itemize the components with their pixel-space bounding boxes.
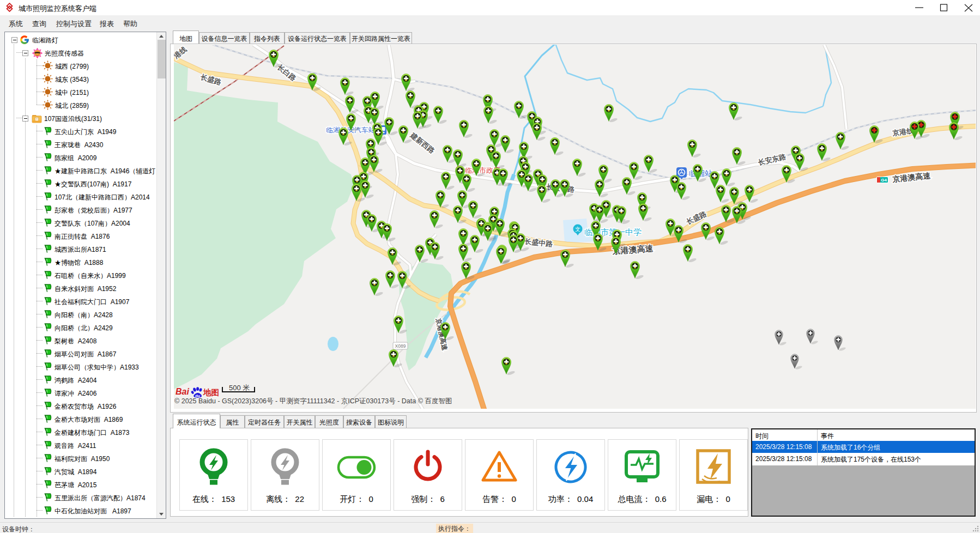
- svg-text:G4: G4: [881, 178, 887, 183]
- svg-text:Bai: Bai: [176, 387, 189, 396]
- svg-text:X089: X089: [395, 343, 406, 349]
- svg-text:© 2025 Baidu - GS(2023)3206号 -: © 2025 Baidu - GS(2023)3206号 - 甲测资字11111…: [174, 397, 452, 405]
- svg-text:500 米: 500 米: [229, 384, 250, 392]
- svg-text:地图: 地图: [203, 388, 219, 397]
- svg-text:文: 文: [575, 226, 580, 232]
